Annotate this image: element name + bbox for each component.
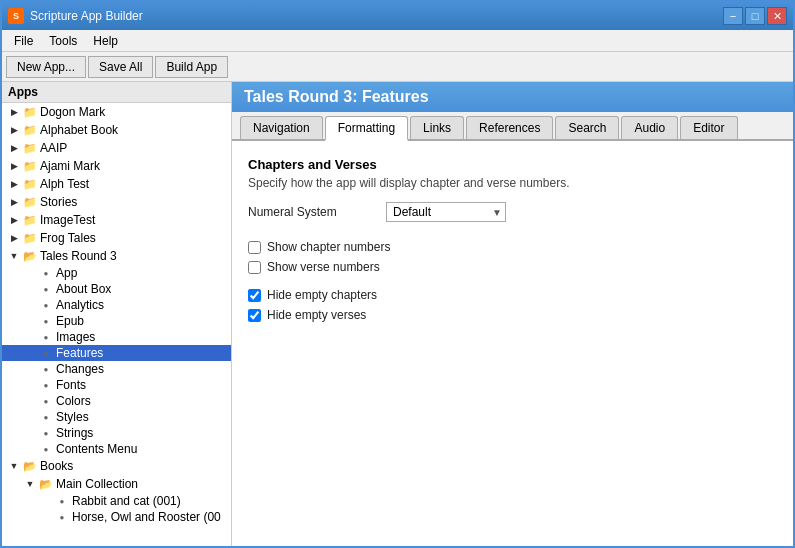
tab-search[interactable]: Search <box>555 116 619 139</box>
tree-label: Books <box>40 459 73 473</box>
bullet-icon: ● <box>38 442 54 456</box>
tree-item-about-box[interactable]: ●About Box <box>2 281 231 297</box>
menu-tools[interactable]: Tools <box>41 32 85 50</box>
checkbox-row-2: Hide empty chapters <box>248 288 777 302</box>
tree-expander[interactable]: ▶ <box>6 140 22 156</box>
tree-label: Contents Menu <box>56 442 137 456</box>
tree-expander[interactable]: ▼ <box>6 458 22 474</box>
main-content: Apps ▶📁Dogon Mark▶📁Alphabet Book▶📁AAIP▶📁… <box>2 82 793 546</box>
tree-label: Changes <box>56 362 104 376</box>
tree-label: About Box <box>56 282 111 296</box>
numeral-system-row: Numeral System DefaultArabicDevanagariEt… <box>248 202 777 222</box>
checkbox-1[interactable] <box>248 261 261 274</box>
tree-item-tales-round-3[interactable]: ▼📂Tales Round 3 <box>2 247 231 265</box>
tree-item-dogon-mark[interactable]: ▶📁Dogon Mark <box>2 103 231 121</box>
tree-item-contents-menu[interactable]: ●Contents Menu <box>2 441 231 457</box>
tree-expander[interactable]: ▶ <box>6 158 22 174</box>
minimize-button[interactable]: − <box>723 7 743 25</box>
tab-editor[interactable]: Editor <box>680 116 737 139</box>
sidebar-header: Apps <box>2 82 231 103</box>
tree-item-main-collection[interactable]: ▼📂Main Collection <box>2 475 231 493</box>
menu-file[interactable]: File <box>6 32 41 50</box>
tree-label: Alphabet Book <box>40 123 118 137</box>
maximize-button[interactable]: □ <box>745 7 765 25</box>
tree-item-colors[interactable]: ●Colors <box>2 393 231 409</box>
tree-item-ajami-mark[interactable]: ▶📁Ajami Mark <box>2 157 231 175</box>
checkbox-label-3: Hide empty verses <box>267 308 366 322</box>
save-all-button[interactable]: Save All <box>88 56 153 78</box>
tree-label: Frog Tales <box>40 231 96 245</box>
checkbox-0[interactable] <box>248 241 261 254</box>
tree-item-features[interactable]: ●Features <box>2 345 231 361</box>
tab-references[interactable]: References <box>466 116 553 139</box>
tree-item-aaip[interactable]: ▶📁AAIP <box>2 139 231 157</box>
tree-item-analytics[interactable]: ●Analytics <box>2 297 231 313</box>
folder-icon: 📁 <box>22 213 38 227</box>
tree-item-books[interactable]: ▼📂Books <box>2 457 231 475</box>
checkbox-label-1: Show verse numbers <box>267 260 380 274</box>
tab-formatting[interactable]: Formatting <box>325 116 408 141</box>
title-buttons: − □ ✕ <box>723 7 787 25</box>
title-bar-left: S Scripture App Builder <box>8 8 143 24</box>
folder-icon: 📁 <box>22 105 38 119</box>
checkbox-2[interactable] <box>248 289 261 302</box>
close-button[interactable]: ✕ <box>767 7 787 25</box>
tree-expander[interactable]: ▼ <box>6 248 22 264</box>
tree-item-rabbit-and-cat-(001)[interactable]: ●Rabbit and cat (001) <box>2 493 231 509</box>
tree-item-fonts[interactable]: ●Fonts <box>2 377 231 393</box>
menu-bar: File Tools Help <box>2 30 793 52</box>
app-icon: S <box>8 8 24 24</box>
tree-label: Analytics <box>56 298 104 312</box>
build-app-button[interactable]: Build App <box>155 56 228 78</box>
checkbox-row-3: Hide empty verses <box>248 308 777 322</box>
tree-item-images[interactable]: ●Images <box>2 329 231 345</box>
tree-label: Dogon Mark <box>40 105 105 119</box>
numeral-label: Numeral System <box>248 205 378 219</box>
tree-label: Styles <box>56 410 89 424</box>
folder-icon: 📁 <box>22 177 38 191</box>
tree-expander[interactable]: ▶ <box>6 194 22 210</box>
bullet-icon: ● <box>38 410 54 424</box>
checkbox-row-0: Show chapter numbers <box>248 240 777 254</box>
numeral-select-wrapper: DefaultArabicDevanagariEthiopic ▼ <box>386 202 506 222</box>
tree-item-horse,-owl-and-rooster-(00[interactable]: ●Horse, Owl and Rooster (00 <box>2 509 231 525</box>
tree-item-changes[interactable]: ●Changes <box>2 361 231 377</box>
tree-item-strings[interactable]: ●Strings <box>2 425 231 441</box>
tree-expander[interactable]: ▶ <box>6 230 22 246</box>
tree-expander[interactable]: ▶ <box>6 122 22 138</box>
checkbox-row-1: Show verse numbers <box>248 260 777 274</box>
tree-expander[interactable]: ▶ <box>6 176 22 192</box>
title-bar: S Scripture App Builder − □ ✕ <box>2 2 793 30</box>
folder-icon: 📁 <box>22 123 38 137</box>
tree-item-app[interactable]: ●App <box>2 265 231 281</box>
new-app-button[interactable]: New App... <box>6 56 86 78</box>
tree-label: Alph Test <box>40 177 89 191</box>
tab-audio[interactable]: Audio <box>621 116 678 139</box>
tree-item-imagetest[interactable]: ▶📁ImageTest <box>2 211 231 229</box>
checkbox-label-0: Show chapter numbers <box>267 240 390 254</box>
tree-label: Strings <box>56 426 93 440</box>
tab-links[interactable]: Links <box>410 116 464 139</box>
tree-expander[interactable]: ▼ <box>22 476 38 492</box>
folder-icon: 📁 <box>22 195 38 209</box>
tree-item-frog-tales[interactable]: ▶📁Frog Tales <box>2 229 231 247</box>
sidebar: Apps ▶📁Dogon Mark▶📁Alphabet Book▶📁AAIP▶📁… <box>2 82 232 546</box>
tree-item-alph-test[interactable]: ▶📁Alph Test <box>2 175 231 193</box>
tree-item-alphabet-book[interactable]: ▶📁Alphabet Book <box>2 121 231 139</box>
tree-item-stories[interactable]: ▶📁Stories <box>2 193 231 211</box>
tree-label: Rabbit and cat (001) <box>72 494 181 508</box>
bullet-icon: ● <box>38 378 54 392</box>
numeral-select[interactable]: DefaultArabicDevanagariEthiopic <box>386 202 506 222</box>
menu-help[interactable]: Help <box>85 32 126 50</box>
tree-label: App <box>56 266 77 280</box>
section-desc: Specify how the app will display chapter… <box>248 176 777 190</box>
panel-body: Chapters and Verses Specify how the app … <box>232 141 793 546</box>
checkbox-3[interactable] <box>248 309 261 322</box>
tree-expander[interactable]: ▶ <box>6 212 22 228</box>
bullet-icon: ● <box>38 362 54 376</box>
tree-item-epub[interactable]: ●Epub <box>2 313 231 329</box>
tree-expander[interactable]: ▶ <box>6 104 22 120</box>
tab-navigation[interactable]: Navigation <box>240 116 323 139</box>
tree-item-styles[interactable]: ●Styles <box>2 409 231 425</box>
tree-label: AAIP <box>40 141 67 155</box>
